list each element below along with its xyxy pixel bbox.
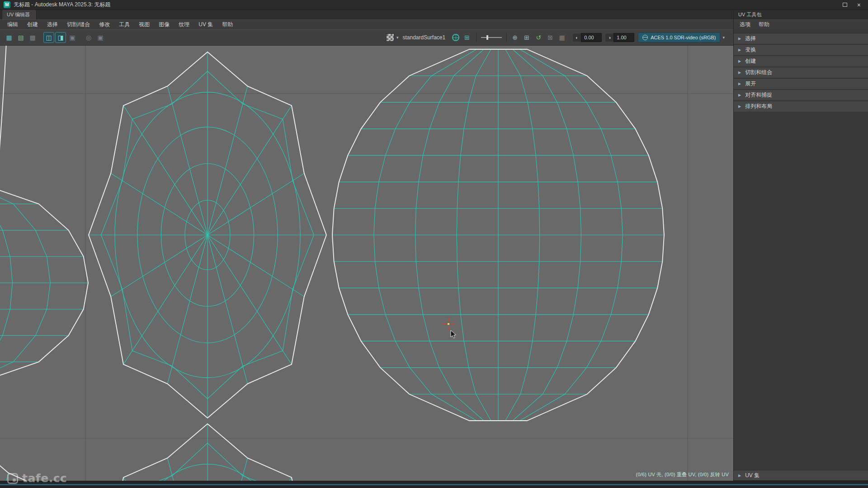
pixel-snap-icon[interactable]: ▦: [557, 32, 567, 43]
uv-statistics-readout: (0/6) UV 壳, (0/0) 重叠 UV, (0/0) 反转 UV: [636, 471, 729, 478]
watermark-logo-icon: [7, 473, 18, 484]
gamma-field[interactable]: 1.00: [613, 33, 634, 42]
section-align-snap[interactable]: ▶ 对齐和捕捉: [734, 89, 868, 100]
menu-select[interactable]: 选择: [42, 21, 62, 28]
chevron-right-icon: ▶: [738, 474, 741, 478]
chevron-right-icon: ▶: [738, 70, 741, 75]
toolkit-menu-help[interactable]: 帮助: [755, 21, 774, 28]
maya-window: M 无标题 - Autodesk MAYA 2025.3: 无标题 × UV 编…: [0, 0, 868, 488]
chevron-right-icon: ▶: [738, 93, 741, 97]
image-display-icon[interactable]: ▤: [15, 32, 26, 43]
section-create[interactable]: ▶ 创建: [734, 56, 868, 66]
section-label: 创建: [745, 57, 756, 65]
range-slider-line[interactable]: [0, 484, 868, 485]
chevron-right-icon: ▶: [738, 82, 741, 86]
bottom-strip: [0, 481, 868, 488]
colorspace-caret-icon[interactable]: ▾: [720, 35, 727, 40]
toolbar-center-cluster: ▾ standardSurface1 ⊞ ⊕ ⊞ ↺ ⊠ ▦ ◐ 0.00 ◑: [386, 32, 727, 43]
uv-toolkit-panel: UV 工具包 选项 帮助 ▶ 选择 ▶ 变换 ▶ 创建 ▶ 切割和组合: [733, 10, 868, 481]
uv-distortion-icon[interactable]: ⊞: [462, 32, 472, 43]
menu-create[interactable]: 创建: [23, 21, 42, 28]
section-label: UV 集: [745, 472, 760, 479]
texture-dropdown-caret-icon[interactable]: ▾: [394, 35, 401, 40]
gamma-icon: ◑: [605, 33, 613, 42]
watermark: tafe.cc: [7, 472, 67, 485]
uv-editor-pane: UV 编辑器 编辑 创建 选择 切割/缝合 修改 工具 视图 图像 纹理 UV …: [0, 10, 733, 481]
uv-border-display-icon[interactable]: ◫: [43, 32, 54, 43]
menu-bar: 编辑 创建 选择 切割/缝合 修改 工具 视图 图像 纹理 UV 集 帮助: [0, 19, 733, 29]
chevron-right-icon: ▶: [738, 59, 741, 63]
exposure-icon: ◐: [573, 33, 581, 42]
uv-editor-panel-tab[interactable]: UV 编辑器: [2, 9, 37, 19]
wireframe-sphere-icon[interactable]: [452, 34, 459, 41]
section-label: 切割和组合: [745, 69, 772, 76]
section-select[interactable]: ▶ 选择: [734, 33, 868, 44]
toolbar-separator: [506, 33, 507, 42]
crosshair-cursor: [442, 318, 455, 330]
material-name-label[interactable]: standardSurface1: [401, 34, 450, 41]
exposure-field[interactable]: 0.00: [581, 33, 602, 42]
section-label: 选择: [745, 35, 756, 42]
uv-canvas[interactable]: (0/6) UV 壳, (0/0) 重叠 UV, (0/0) 反转 UV: [0, 46, 733, 481]
texture-checker-icon[interactable]: [386, 33, 394, 42]
toolkit-title: UV 工具包: [734, 10, 868, 19]
image-dim-slider[interactable]: [481, 37, 502, 38]
frame-selection-icon[interactable]: ⊞: [521, 32, 532, 43]
menu-view[interactable]: 视图: [134, 21, 154, 28]
toolbar-separator: [476, 33, 476, 42]
section-label: 变换: [745, 46, 756, 54]
panel-tab-row: UV 编辑器: [0, 10, 733, 19]
window-content: UV 编辑器 编辑 创建 选择 切割/缝合 修改 工具 视图 图像 纹理 UV …: [0, 10, 868, 481]
slider-handle[interactable]: [486, 35, 488, 40]
section-cut-sew[interactable]: ▶ 切割和组合: [734, 67, 868, 78]
section-label: 对齐和捕捉: [745, 91, 772, 99]
menu-texture[interactable]: 纹理: [174, 21, 194, 28]
watermark-text: tafe.cc: [22, 472, 67, 485]
section-uv-sets[interactable]: ▶ UV 集: [734, 470, 868, 481]
uv-wireframes: [0, 46, 733, 481]
menu-uv-sets[interactable]: UV 集: [194, 21, 217, 28]
mouse-pointer-icon: [450, 330, 457, 339]
menu-edit[interactable]: 编辑: [3, 21, 23, 28]
close-window-button[interactable]: ×: [857, 2, 861, 8]
section-transform[interactable]: ▶ 变换: [734, 44, 868, 55]
uv-editor-toolbar: ▦ ▤ ▩ ◫ ◨ ▣ ◎ ▣ ▾ standardSurface1 ⊞: [0, 29, 733, 46]
texture-border-icon[interactable]: ◨: [55, 32, 66, 43]
grid-display-icon[interactable]: ▦: [4, 32, 14, 43]
menu-cut-sew[interactable]: 切割/缝合: [62, 21, 94, 28]
uv-snapshot-camera-icon[interactable]: ▣: [95, 32, 106, 43]
menu-help[interactable]: 帮助: [217, 21, 237, 28]
window-title: 无标题 - Autodesk MAYA 2025.3: 无标题: [14, 1, 110, 9]
section-label: 展开: [745, 80, 756, 88]
maya-logo-icon: M: [4, 1, 10, 8]
refresh-image-icon[interactable]: ↺: [533, 32, 544, 43]
section-label: 排列和布局: [745, 103, 772, 110]
menu-modify[interactable]: 修改: [94, 21, 114, 28]
colorspace-label: ACES 1.0 SDR-video (sRGB): [651, 35, 716, 40]
section-unfold[interactable]: ▶ 展开: [734, 78, 868, 89]
color-management-dropdown[interactable]: ACES 1.0 SDR-video (sRGB): [638, 33, 720, 42]
shaded-uv-icon[interactable]: ◎: [83, 32, 94, 43]
chevron-right-icon: ▶: [738, 104, 741, 108]
dim-image-icon[interactable]: ▩: [27, 32, 38, 43]
toolkit-menu-bar: 选项 帮助: [734, 19, 868, 29]
menu-tools[interactable]: 工具: [114, 21, 134, 28]
window-controls: ×: [843, 2, 864, 8]
toolkit-empty-area: [734, 112, 868, 470]
toggle-filter-icon[interactable]: ⊠: [545, 32, 556, 43]
frame-all-icon[interactable]: ⊕: [509, 32, 520, 43]
chevron-right-icon: ▶: [738, 48, 741, 52]
titlebar: M 无标题 - Autodesk MAYA 2025.3: 无标题 ×: [0, 0, 868, 10]
restore-window-button[interactable]: [843, 3, 847, 7]
section-arrange-layout[interactable]: ▶ 排列和布局: [734, 101, 868, 112]
toolkit-menu-options[interactable]: 选项: [736, 21, 755, 28]
colorspace-globe-icon: [642, 35, 648, 40]
menu-image[interactable]: 图像: [154, 21, 174, 28]
chevron-right-icon: ▶: [738, 37, 741, 41]
checker-tiles-icon[interactable]: ▣: [67, 32, 78, 43]
